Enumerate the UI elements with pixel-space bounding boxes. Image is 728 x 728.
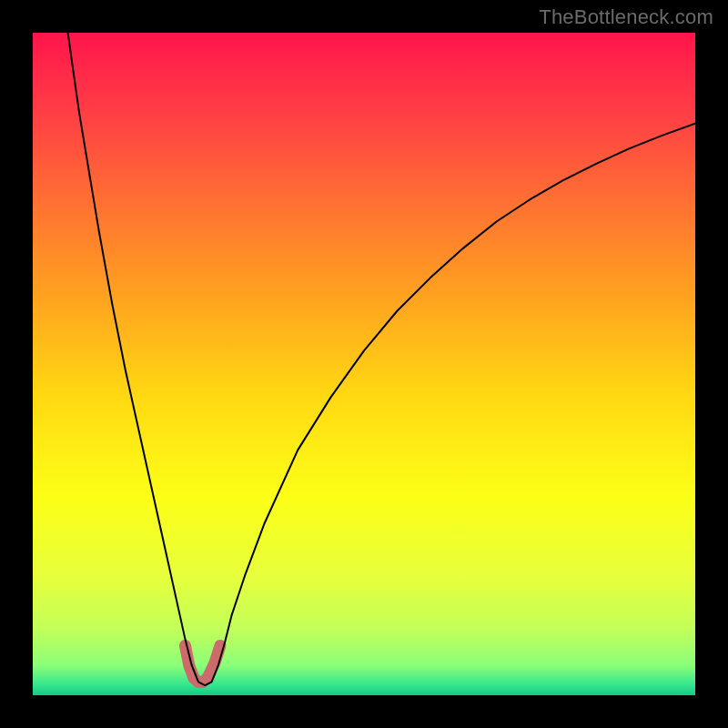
watermark-text: TheBottleneck.com (539, 5, 713, 29)
plot-area (33, 33, 695, 695)
highlight-band (185, 645, 220, 682)
curve-layer (33, 33, 695, 695)
bottleneck-curve (68, 33, 695, 685)
